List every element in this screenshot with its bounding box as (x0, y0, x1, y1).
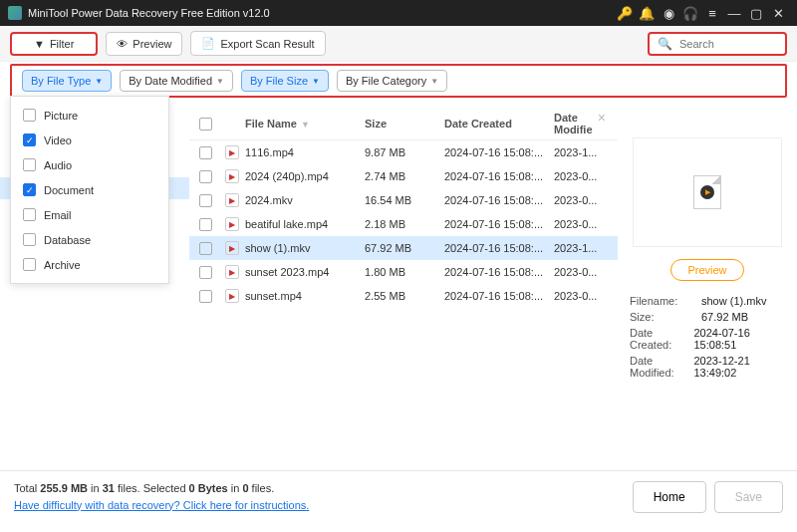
filter-by-category[interactable]: By File Category▼ (337, 70, 447, 92)
table-row[interactable]: ▶ 2024.mkv 16.54 MB 2024-07-16 15:08:...… (189, 188, 618, 212)
cell-size: 2.74 MB (365, 170, 444, 182)
meta-value: 2023-12-21 13:49:02 (694, 355, 786, 379)
search-box[interactable]: 🔍 (648, 32, 787, 56)
dropdown-label: Picture (44, 110, 78, 122)
maximize-icon[interactable]: ▢ (745, 6, 767, 21)
preview-file-button[interactable]: Preview (670, 259, 743, 281)
row-checkbox[interactable] (199, 290, 212, 303)
cell-modified: 2023-0... (554, 266, 604, 278)
filter-by-type[interactable]: By File Type▼ (22, 70, 112, 92)
filter-by-category-label: By File Category (346, 75, 426, 87)
cell-created: 2024-07-16 15:08:... (444, 290, 554, 302)
search-input[interactable] (677, 37, 777, 51)
table-row[interactable]: ▶ sunset.mp4 2.55 MB 2024-07-16 15:08:..… (189, 284, 618, 308)
select-all-checkbox[interactable] (199, 118, 212, 131)
meta-key: Filename: (630, 295, 701, 307)
table-row[interactable]: ▶ beatiful lake.mp4 2.18 MB 2024-07-16 1… (189, 212, 618, 236)
meta-value: 67.92 MB (701, 311, 748, 323)
dropdown-label: Document (44, 184, 94, 196)
cell-size: 1.80 MB (365, 266, 444, 278)
checkbox[interactable] (23, 233, 36, 246)
cell-created: 2024-07-16 15:08:... (444, 170, 554, 182)
meta-key: Date Created: (630, 327, 694, 351)
file-list-panel: × File Name▼ Size Date Created Date Modi… (189, 98, 618, 470)
key-icon[interactable]: 🔑 (614, 6, 636, 21)
filter-icon: ▼ (34, 38, 45, 50)
meta-row: Date Modified:2023-12-21 13:49:02 (630, 355, 785, 379)
filter-by-date-label: By Date Modified (129, 75, 212, 87)
row-checkbox[interactable] (199, 218, 212, 231)
totals-text: Total 255.9 MB in 31 files. Selected 0 B… (14, 480, 309, 497)
checkbox[interactable] (23, 258, 36, 271)
save-button[interactable]: Save (714, 481, 783, 513)
status-bar: Total 255.9 MB in 31 files. Selected 0 B… (0, 470, 797, 522)
cell-size: 67.92 MB (365, 242, 444, 254)
toolbar: ▼ Filter 👁 Preview 📄 Export Scan Result … (0, 26, 797, 62)
cell-modified: 2023-0... (554, 170, 604, 182)
dropdown-item[interactable]: Database (11, 227, 168, 252)
checkbox[interactable] (23, 208, 36, 221)
cell-modified: 2023-0... (554, 194, 604, 206)
checkbox[interactable] (23, 109, 36, 122)
cell-modified: 2023-1... (554, 242, 604, 254)
export-button[interactable]: 📄 Export Scan Result (190, 31, 325, 56)
filter-by-size[interactable]: By File Size▼ (241, 70, 329, 92)
file-doc-icon: ▶ (693, 175, 721, 209)
table-row[interactable]: ▶ 2024 (240p).mp4 2.74 MB 2024-07-16 15:… (189, 164, 618, 188)
close-panel-icon[interactable]: × (598, 110, 606, 126)
meta-key: Size: (630, 311, 701, 323)
checkbox[interactable] (23, 158, 36, 171)
preview-panel: ▶ Preview Filename:show (1).mkvSize:67.9… (618, 98, 797, 470)
user-icon[interactable]: ◉ (658, 6, 679, 21)
export-icon: 📄 (201, 37, 215, 50)
dropdown-label: Database (44, 234, 91, 246)
cell-size: 16.54 MB (365, 194, 444, 206)
dropdown-item[interactable]: Email (11, 202, 168, 227)
filter-button[interactable]: ▼ Filter (10, 32, 98, 56)
row-checkbox[interactable] (199, 146, 212, 159)
file-type-dropdown[interactable]: Picture✓VideoAudio✓DocumentEmailDatabase… (10, 96, 169, 284)
checkbox[interactable]: ✓ (23, 183, 36, 196)
checkbox[interactable]: ✓ (23, 133, 36, 146)
video-file-icon: ▶ (225, 265, 239, 279)
app-logo (8, 6, 22, 20)
col-created[interactable]: Date Created (444, 118, 554, 130)
video-file-icon: ▶ (225, 217, 239, 231)
cell-size: 2.18 MB (365, 218, 444, 230)
table-row[interactable]: ▶ 1116.mp4 9.87 MB 2024-07-16 15:08:... … (189, 140, 618, 164)
play-icon: ▶ (700, 185, 714, 199)
col-name[interactable]: File Name (245, 118, 297, 130)
dropdown-item[interactable]: ✓Video (11, 128, 168, 152)
dropdown-label: Email (44, 209, 72, 221)
cell-name: sunset 2023.mp4 (245, 266, 365, 278)
cell-size: 9.87 MB (365, 146, 444, 158)
minimize-icon[interactable]: — (723, 6, 745, 21)
preview-button[interactable]: 👁 Preview (106, 32, 182, 56)
cell-modified: 2023-0... (554, 218, 604, 230)
row-checkbox[interactable] (199, 170, 212, 183)
table-row[interactable]: ▶ sunset 2023.mp4 1.80 MB 2024-07-16 15:… (189, 260, 618, 284)
bell-icon[interactable]: 🔔 (636, 6, 658, 21)
dropdown-item[interactable]: Picture (11, 103, 168, 128)
col-size[interactable]: Size (365, 118, 444, 130)
meta-row: Size:67.92 MB (630, 311, 785, 323)
filter-by-date[interactable]: By Date Modified▼ (120, 70, 233, 92)
preview-thumbnail: ▶ (633, 137, 782, 247)
dropdown-item[interactable]: Audio (11, 152, 168, 177)
table-row[interactable]: ▶ show (1).mkv 67.92 MB 2024-07-16 15:08… (189, 236, 618, 260)
menu-icon[interactable]: ≡ (701, 6, 723, 21)
home-button[interactable]: Home (633, 481, 706, 513)
dropdown-item[interactable]: ✓Document (11, 177, 168, 202)
row-checkbox[interactable] (199, 242, 212, 255)
row-checkbox[interactable] (199, 266, 212, 279)
close-icon[interactable]: ✕ (767, 6, 789, 21)
dropdown-item[interactable]: Archive (11, 252, 168, 277)
eye-icon: 👁 (117, 38, 128, 50)
col-modified[interactable]: Date Modifie (554, 112, 604, 135)
headset-icon[interactable]: 🎧 (679, 6, 701, 21)
row-checkbox[interactable] (199, 194, 212, 207)
cell-modified: 2023-1... (554, 146, 604, 158)
table-header: File Name▼ Size Date Created Date Modifi… (189, 108, 618, 140)
cell-size: 2.55 MB (365, 290, 444, 302)
help-link[interactable]: Have difficulty with data recovery? Clic… (14, 499, 309, 511)
